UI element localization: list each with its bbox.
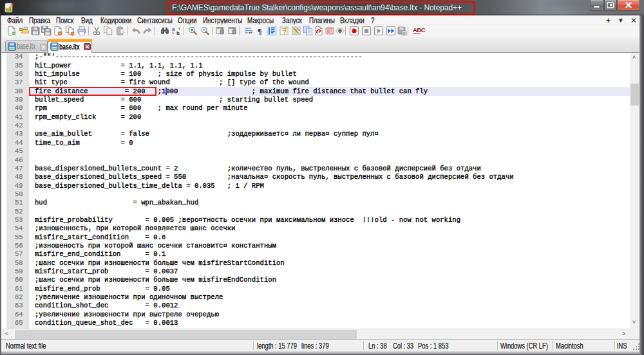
svg-text:a: a: [172, 26, 175, 32]
svg-text:ABC: ABC: [413, 26, 425, 33]
svg-text:M: M: [402, 32, 406, 35]
svg-text:b: b: [176, 30, 180, 36]
svg-text:¶: ¶: [258, 26, 262, 36]
